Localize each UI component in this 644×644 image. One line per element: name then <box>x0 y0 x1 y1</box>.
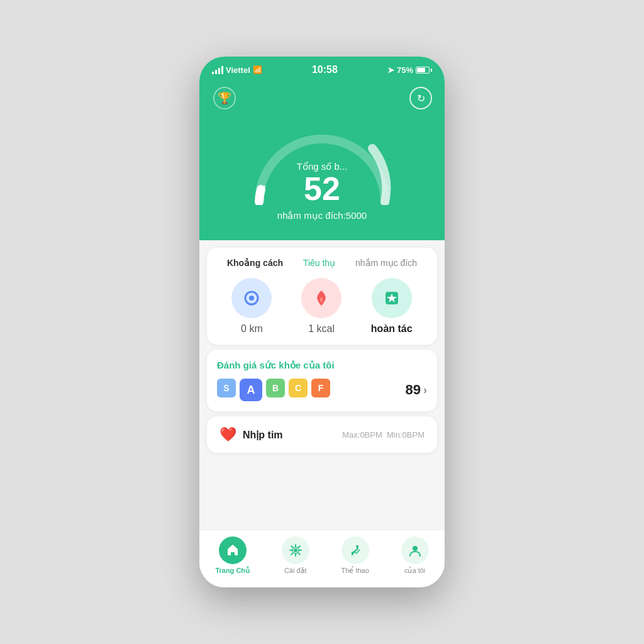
goal-icon <box>372 278 412 318</box>
gauge-goal: nhắm mục đích:5000 <box>277 210 367 221</box>
grade-c: C <box>289 379 308 397</box>
nav-home[interactable]: Trang Chủ <box>215 536 250 575</box>
heart-stats: Max:0BPM Min:0BPM <box>342 430 425 440</box>
col1-header: Khoảng cách <box>227 258 283 268</box>
carrier-name: Viettel <box>226 65 250 75</box>
stat-goal: hoàn tác <box>371 278 413 335</box>
status-bar: Viettel 📶 10:58 ➤ 75% <box>199 57 445 79</box>
trophy-button[interactable]: 🏆 <box>212 86 237 111</box>
status-right: ➤ 75% <box>387 65 432 75</box>
signal-bars <box>212 66 223 74</box>
goal-value: hoàn tác <box>371 323 413 335</box>
svg-point-11 <box>413 546 418 551</box>
location-icon: ➤ <box>387 65 394 75</box>
stat-calories: 1 kcal <box>301 278 341 335</box>
svg-point-4 <box>249 296 254 301</box>
grade-f: F <box>311 379 330 397</box>
sports-icon <box>341 536 369 564</box>
col3-header: nhắm mục đích <box>355 258 417 268</box>
nav-sports-label: Thể thao <box>341 567 369 575</box>
stats-row: 0 km 1 kcal <box>217 278 427 335</box>
nav-sports[interactable]: Thể thao <box>341 536 369 575</box>
profile-icon <box>401 536 429 564</box>
health-title: Đánh giá sức khỏe của tôi <box>217 360 427 371</box>
gauge-value: 52 <box>297 172 348 205</box>
battery-icon <box>416 67 432 74</box>
time-display: 10:58 <box>312 64 338 75</box>
grade-b: B <box>266 379 285 397</box>
grade-badges: S A B C F <box>217 379 330 401</box>
settings-icon <box>282 536 309 564</box>
header-icons: 🏆 ↻ <box>212 86 432 111</box>
health-score-arrow: › <box>423 384 427 397</box>
heart-icon: ❤️ <box>219 426 236 443</box>
phone-container: Viettel 📶 10:58 ➤ 75% 🏆 ↻ <box>199 57 445 587</box>
gauge-wrapper: Tổng số b... 52 <box>247 123 397 205</box>
green-header: 🏆 ↻ Tổng số b... 52 <box>199 79 445 240</box>
grade-s: S <box>217 379 236 397</box>
col2-header: Tiêu thụ <box>303 258 335 268</box>
stats-card: Khoảng cách Tiêu thụ nhắm mục đích 0 km <box>207 248 437 345</box>
nav-home-label: Trang Chủ <box>215 567 250 575</box>
grade-a: A <box>240 379 262 401</box>
svg-point-10 <box>356 545 358 548</box>
refresh-button[interactable]: ↻ <box>409 87 432 109</box>
health-row: S A B C F 89 › <box>217 379 427 401</box>
distance-value: 0 km <box>241 323 263 335</box>
home-icon <box>219 536 247 564</box>
nav-profile[interactable]: của tôi <box>401 536 429 575</box>
calories-icon <box>301 278 341 318</box>
nav-settings-label: Cài đặt <box>284 567 307 575</box>
distance-icon <box>231 278 272 318</box>
heart-card[interactable]: ❤️ Nhịp tim Max:0BPM Min:0BPM <box>207 416 437 453</box>
svg-text:🏆: 🏆 <box>218 91 232 105</box>
gauge-center-text: Tổng số b... 52 <box>297 161 348 205</box>
health-score: 89 › <box>406 382 427 398</box>
gauge-container: Tổng số b... 52 nhắm mục đích:5000 <box>212 117 432 221</box>
bottom-nav: Trang Chủ Cài đặt Thể thao <box>199 530 445 587</box>
status-left: Viettel 📶 <box>212 65 262 75</box>
svg-point-9 <box>294 549 297 552</box>
health-card[interactable]: Đánh giá sức khỏe của tôi S A B C F 89 › <box>207 350 437 411</box>
stat-distance: 0 km <box>231 278 272 335</box>
nav-settings[interactable]: Cài đặt <box>282 536 309 575</box>
calories-value: 1 kcal <box>308 323 335 335</box>
nav-profile-label: của tôi <box>404 567 425 575</box>
wifi-icon: 📶 <box>253 65 262 74</box>
heart-label: Nhịp tim <box>243 429 336 441</box>
stats-header: Khoảng cách Tiêu thụ nhắm mục đích <box>217 258 427 268</box>
battery-percent: 75% <box>397 65 413 75</box>
